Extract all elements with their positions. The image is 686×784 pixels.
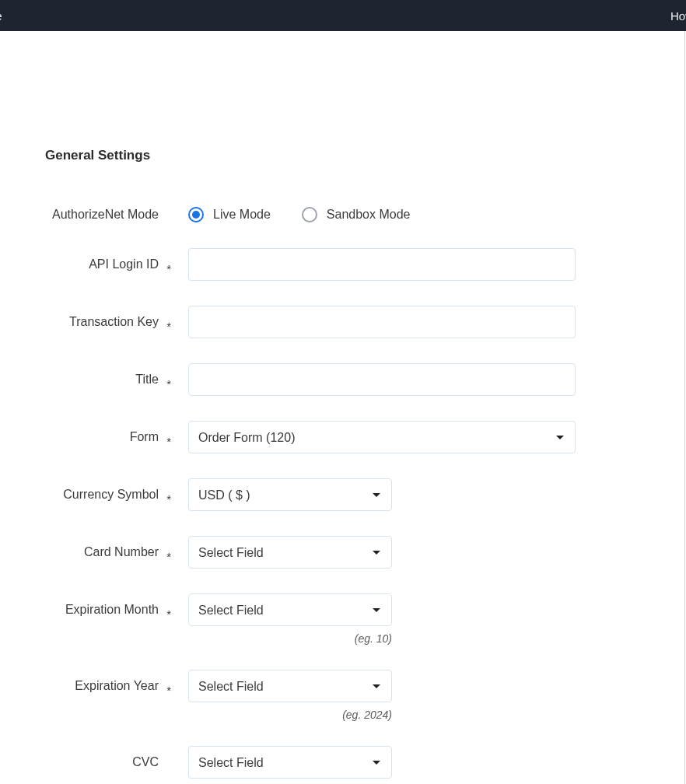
input-transaction-key[interactable]	[188, 306, 576, 338]
radio-sandbox-label: Sandbox Mode	[327, 208, 411, 222]
top-bar: te How	[0, 0, 686, 31]
row-form: Form Order Form (120)	[31, 421, 655, 453]
select-card-number-wrap: Select Field	[188, 536, 392, 569]
row-api-login-id: API Login ID	[31, 248, 655, 281]
radio-live-mode[interactable]: Live Mode	[188, 207, 271, 222]
select-exp-month-wrap: Select Field	[188, 593, 392, 626]
row-mode: AuthorizeNet Mode Live Mode Sandbox Mode	[31, 206, 655, 223]
input-title[interactable]	[188, 363, 576, 396]
select-exp-year[interactable]: Select Field	[188, 670, 392, 702]
select-exp-month[interactable]: Select Field	[188, 593, 392, 626]
label-exp-year: Expiration Year	[31, 670, 165, 702]
radio-checked-icon	[188, 207, 204, 222]
row-transaction-key: Transaction Key	[31, 306, 655, 338]
input-api-login-id[interactable]	[188, 248, 576, 281]
label-form: Form	[31, 421, 165, 453]
topbar-right-fragment: How	[670, 9, 686, 23]
row-title: Title	[31, 363, 655, 396]
select-currency[interactable]: USD ( $ )	[188, 478, 392, 511]
label-card-number: Card Number	[31, 536, 165, 569]
label-api-login-id: API Login ID	[31, 248, 165, 281]
topbar-left-fragment: te	[0, 9, 2, 23]
radio-live-label: Live Mode	[213, 208, 271, 222]
settings-form: General Settings AuthorizeNet Mode Live …	[0, 31, 686, 784]
hint-exp-year: (eg. 2024)	[188, 709, 392, 721]
label-currency: Currency Symbol	[31, 478, 165, 511]
radio-sandbox-mode[interactable]: Sandbox Mode	[302, 207, 411, 222]
row-exp-month: Expiration Month Select Field (eg. 10)	[31, 593, 655, 645]
row-cvc: CVC Select Field	[31, 746, 655, 779]
label-mode: AuthorizeNet Mode	[31, 206, 165, 223]
section-title: General Settings	[45, 148, 655, 163]
select-form-wrap: Order Form (120)	[188, 421, 576, 453]
radio-unchecked-icon	[302, 207, 317, 222]
row-exp-year: Expiration Year Select Field (eg. 2024)	[31, 670, 655, 721]
select-exp-year-wrap: Select Field	[188, 670, 392, 702]
hint-exp-month: (eg. 10)	[188, 632, 392, 645]
label-title: Title	[31, 363, 165, 396]
row-currency: Currency Symbol USD ( $ )	[31, 478, 655, 511]
select-form[interactable]: Order Form (120)	[188, 421, 576, 453]
row-card-number: Card Number Select Field	[31, 536, 655, 569]
select-currency-wrap: USD ( $ )	[188, 478, 392, 511]
label-exp-month: Expiration Month	[31, 593, 165, 626]
vertical-divider	[684, 31, 685, 784]
mode-radio-group: Live Mode Sandbox Mode	[188, 206, 410, 223]
select-cvc[interactable]: Select Field	[188, 746, 392, 779]
select-card-number[interactable]: Select Field	[188, 536, 392, 569]
label-cvc: CVC	[31, 746, 165, 779]
select-cvc-wrap: Select Field	[188, 746, 392, 779]
label-transaction-key: Transaction Key	[31, 306, 165, 338]
